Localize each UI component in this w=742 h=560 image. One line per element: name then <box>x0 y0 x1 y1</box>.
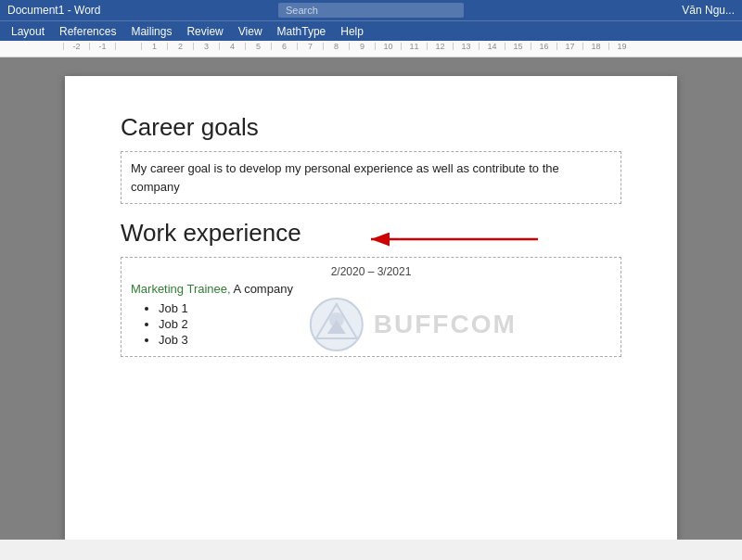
job-item-2: Job 2 <box>159 317 611 331</box>
document-area: Career goals My career goal is to develo… <box>0 57 742 540</box>
ruler-mark: 4 <box>219 43 245 50</box>
ruler-mark: 15 <box>505 43 531 50</box>
ruler-mark: 14 <box>479 43 505 50</box>
ruler-mark: 8 <box>323 43 349 50</box>
menu-mathtype[interactable]: MathType <box>270 23 334 40</box>
work-experience-title: Work experience <box>121 219 301 248</box>
job-item-3: Job 3 <box>159 333 611 347</box>
ruler-mark: 16 <box>531 43 556 50</box>
ruler-mark: 9 <box>349 43 375 50</box>
ruler-mark: 12 <box>427 43 453 50</box>
search-input[interactable] <box>278 3 464 18</box>
company-name: A company <box>234 282 293 296</box>
doc-title: Document1 - Word <box>7 4 100 17</box>
ruler-mark: -1 <box>89 43 115 50</box>
career-goals-box[interactable]: My career goal is to develop my personal… <box>121 151 621 204</box>
menu-mailings[interactable]: Mailings <box>123 23 179 40</box>
job-title: Marketing Trainee, <box>131 282 231 296</box>
ruler-mark: 1 <box>141 43 167 50</box>
menu-references[interactable]: References <box>52 23 123 40</box>
ruler-mark: 17 <box>556 43 582 50</box>
job-title-line: Marketing Trainee, A company <box>131 282 611 296</box>
menu-bar: Layout References Mailings Review View M… <box>0 20 742 41</box>
ruler-mark <box>115 43 141 50</box>
user-name: Văn Ngu... <box>682 4 735 17</box>
ruler-mark: 2 <box>167 43 193 50</box>
ruler-mark: 5 <box>245 43 271 50</box>
ruler-mark: 6 <box>271 43 297 50</box>
job-item-1: Job 1 <box>159 301 611 315</box>
ruler-mark: 10 <box>375 43 401 50</box>
ruler-mark: 13 <box>453 43 479 50</box>
ruler-mark: -2 <box>63 43 89 50</box>
ruler-mark: 11 <box>401 43 427 50</box>
page: Career goals My career goal is to develo… <box>65 76 677 540</box>
job-list: Job 1 Job 2 Job 3 <box>131 301 611 347</box>
work-experience-section: Work experience 2/2020 – 3/2021 Marketin… <box>121 219 621 357</box>
ruler-mark: 7 <box>297 43 323 50</box>
ruler-mark: 3 <box>193 43 219 50</box>
menu-help[interactable]: Help <box>333 23 371 40</box>
search-area <box>278 3 464 18</box>
ruler-mark: 18 <box>582 43 608 50</box>
career-goals-text: My career goal is to develop my personal… <box>131 159 611 196</box>
ruler-mark: 19 <box>608 43 634 50</box>
menu-layout[interactable]: Layout <box>4 23 52 40</box>
career-goals-title: Career goals <box>121 113 621 142</box>
ruler-marks: -2 -1 1 2 3 4 5 6 7 8 9 10 11 12 13 14 1… <box>63 43 634 50</box>
arrow-svg <box>362 221 547 276</box>
ruler: -2 -1 1 2 3 4 5 6 7 8 9 10 11 12 13 14 1… <box>0 41 742 57</box>
menu-view[interactable]: View <box>231 23 270 40</box>
title-bar: Document1 - Word Văn Ngu... <box>0 0 742 20</box>
menu-review[interactable]: Review <box>179 23 230 40</box>
